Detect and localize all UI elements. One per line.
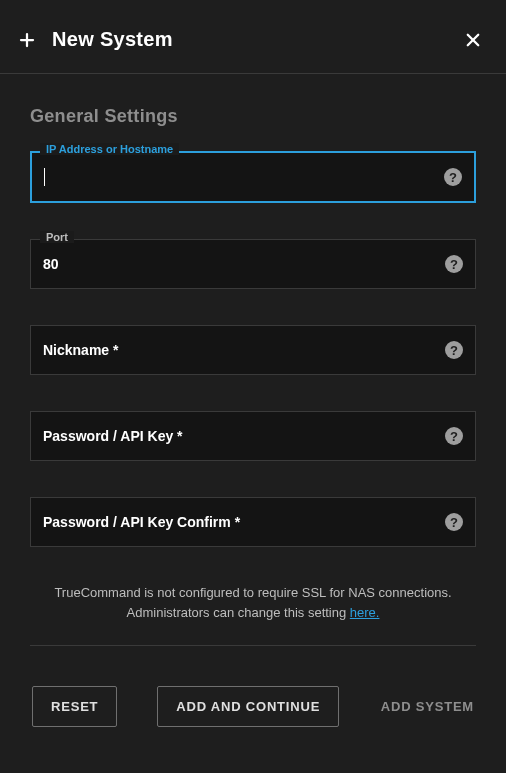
close-icon[interactable] <box>462 29 484 51</box>
dialog-header: New System <box>0 0 506 74</box>
field-nickname-box[interactable]: Nickname * ? <box>30 325 476 375</box>
text-caret <box>44 168 45 186</box>
dialog-buttons: RESET ADD AND CONTINUE ADD SYSTEM <box>30 686 476 727</box>
ssl-settings-link[interactable]: here. <box>350 605 380 620</box>
ssl-info-text: TrueCommand is not configured to require… <box>30 579 476 646</box>
help-icon[interactable]: ? <box>445 513 463 531</box>
help-icon[interactable]: ? <box>445 341 463 359</box>
field-ip-box[interactable]: ? <box>30 151 476 203</box>
help-icon[interactable]: ? <box>445 255 463 273</box>
ssl-info-before: TrueCommand is not configured to require… <box>54 585 451 620</box>
field-password-label: Password / API Key * <box>43 428 183 444</box>
add-continue-button[interactable]: ADD AND CONTINUE <box>157 686 339 727</box>
field-password-confirm-box[interactable]: Password / API Key Confirm * ? <box>30 497 476 547</box>
reset-button[interactable]: RESET <box>32 686 117 727</box>
add-system-button[interactable]: ADD SYSTEM <box>381 699 474 714</box>
field-password-confirm-label: Password / API Key Confirm * <box>43 514 240 530</box>
dialog-content: General Settings IP Address or Hostname … <box>0 74 506 727</box>
field-password-box[interactable]: Password / API Key * ? <box>30 411 476 461</box>
help-icon[interactable]: ? <box>445 427 463 445</box>
field-port-label: Port <box>40 231 74 243</box>
field-port-box[interactable]: ? <box>30 239 476 289</box>
field-port: Port ? <box>30 239 476 289</box>
dialog-title: New System <box>52 28 462 51</box>
field-password: Password / API Key * ? <box>30 411 476 461</box>
field-ip-label: IP Address or Hostname <box>40 143 179 155</box>
ip-input[interactable] <box>43 153 431 201</box>
field-nickname-label: Nickname * <box>43 342 118 358</box>
field-ip: IP Address or Hostname ? <box>30 151 476 203</box>
port-input[interactable] <box>43 240 431 288</box>
field-password-confirm: Password / API Key Confirm * ? <box>30 497 476 547</box>
help-icon[interactable]: ? <box>444 168 462 186</box>
section-title: General Settings <box>30 106 476 127</box>
field-nickname: Nickname * ? <box>30 325 476 375</box>
plus-icon <box>16 29 38 51</box>
